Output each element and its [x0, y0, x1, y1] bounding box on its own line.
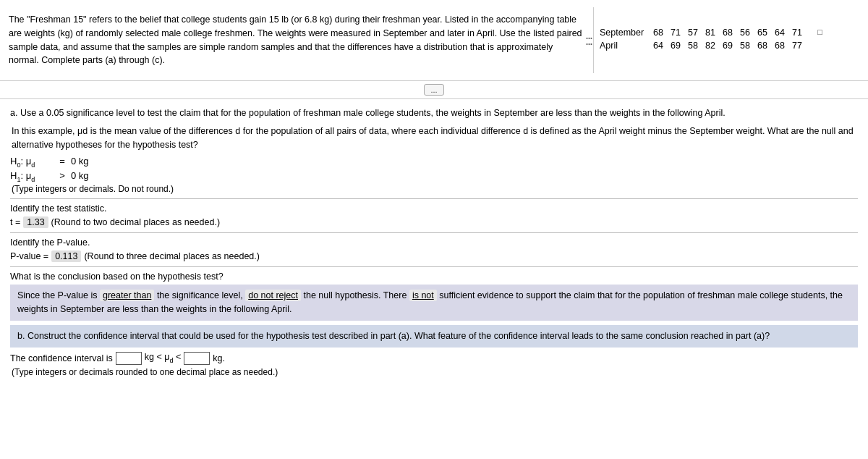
confidence-input-2[interactable]: [184, 352, 210, 365]
hypothesis-note: (Type integers or decimals. Do not round…: [12, 184, 858, 194]
problem-statement: The "Freshman 15" refers to the belief t…: [9, 14, 582, 65]
h0-value: 0 kg: [71, 156, 89, 167]
conclusion-text-1: Since the P-value is: [17, 290, 97, 300]
hypothesis-block: H0: μd = 0 kg H1: μd > 0 kg: [10, 156, 858, 182]
sep-val-7: 65: [754, 28, 767, 38]
sep-val-9: 71: [789, 28, 802, 38]
t-value: 1.33: [23, 216, 48, 228]
sep-val-4: 81: [702, 28, 715, 38]
part-b-section: b. Construct the confidence interval tha…: [10, 325, 858, 348]
pvalue-note: (Round to three decimal places as needed…: [84, 251, 260, 261]
confidence-row: The confidence interval is kg < μd < kg.: [10, 352, 858, 365]
h0-label: H0: μd: [10, 156, 54, 169]
h1-symbol: >: [54, 170, 71, 181]
conclusion-box: Since the P-value is greater than the si…: [10, 285, 858, 321]
data-table-area: September 68 71 57 81 68 56 65 64 71 □ A…: [593, 7, 868, 73]
confidence-input-1[interactable]: [116, 352, 142, 365]
divider-3: [10, 266, 858, 267]
apr-val-6: 58: [737, 41, 750, 51]
t-note: (Round to two decimal places as needed.): [51, 217, 220, 227]
pvalue-result-row: P-value = 0.113 (Round to three decimal …: [10, 250, 858, 262]
confidence-unit: kg.: [213, 353, 225, 363]
september-label: September: [600, 28, 650, 38]
conclusion-text-3: the null hypothesis. There: [303, 290, 407, 300]
conclusion-highlight-3: is not: [409, 290, 437, 301]
apr-val-9: 77: [789, 41, 802, 51]
problem-text: The "Freshman 15" refers to the belief t…: [0, 7, 593, 73]
pvalue-label: P-value =: [10, 251, 48, 261]
part-b-note: (Type integers or decimals rounded to on…: [12, 367, 858, 377]
conclusion-highlight-1: greater than: [100, 290, 154, 301]
main-content: a. Use a 0.05 significance level to test…: [0, 99, 868, 389]
h1-label: H1: μd: [10, 170, 54, 183]
conclusion-highlight-2: do not reject: [245, 290, 301, 301]
h0-row: H0: μd = 0 kg: [10, 156, 858, 169]
apr-val-2: 69: [668, 41, 681, 51]
part-a-description: In this example, μd is the mean value of…: [12, 125, 858, 152]
confidence-mid: kg < μd <: [145, 352, 181, 364]
sep-val-6: 56: [737, 28, 750, 38]
april-row: April 64 69 58 82 69 58 68 68 77: [600, 41, 856, 51]
sep-val-3: 57: [685, 28, 698, 38]
part-a-instruction: a. Use a 0.05 significance level to test…: [10, 106, 858, 120]
conclusion-question: What is the conclusion based on the hypo…: [10, 271, 858, 282]
apr-val-3: 58: [685, 41, 698, 51]
pvalue-value: 0.113: [51, 250, 81, 262]
apr-val-7: 68: [754, 41, 767, 51]
expand-area: ...: [0, 81, 868, 99]
expand-button[interactable]: ...: [424, 84, 443, 96]
apr-val-5: 69: [720, 41, 733, 51]
sep-val-8: 64: [772, 28, 785, 38]
conclusion-text-2: the significance level,: [157, 290, 243, 300]
apr-val-8: 68: [772, 41, 785, 51]
divider-1: [10, 198, 858, 199]
confidence-text-1: The confidence interval is: [10, 353, 113, 363]
sep-val-1: 68: [650, 28, 663, 38]
april-label: April: [600, 41, 650, 51]
september-values: 68 71 57 81 68 56 65 64 71 □: [650, 28, 822, 38]
divider-2: [10, 232, 858, 233]
edit-icon[interactable]: □: [809, 28, 822, 38]
h0-symbol: =: [54, 156, 71, 167]
part-b-instruction: b. Construct the confidence interval tha…: [17, 331, 770, 341]
september-row: September 68 71 57 81 68 56 65 64 71 □: [600, 28, 856, 38]
identify-statistic-label: Identify the test statistic.: [10, 203, 858, 214]
h1-value: 0 kg: [71, 170, 89, 181]
t-label: t =: [10, 217, 20, 227]
identify-pvalue-label: Identify the P-value.: [10, 237, 858, 248]
april-values: 64 69 58 82 69 58 68 68 77: [650, 41, 802, 51]
apr-val-1: 64: [650, 41, 663, 51]
t-result-row: t = 1.33 (Round to two decimal places as…: [10, 216, 858, 228]
apr-val-4: 82: [702, 41, 715, 51]
description-text: In this example, μd is the mean value of…: [12, 126, 854, 150]
sep-val-5: 68: [720, 28, 733, 38]
sep-val-2: 71: [668, 28, 681, 38]
top-section: The "Freshman 15" refers to the belief t…: [0, 0, 868, 81]
h1-row: H1: μd > 0 kg: [10, 170, 858, 183]
